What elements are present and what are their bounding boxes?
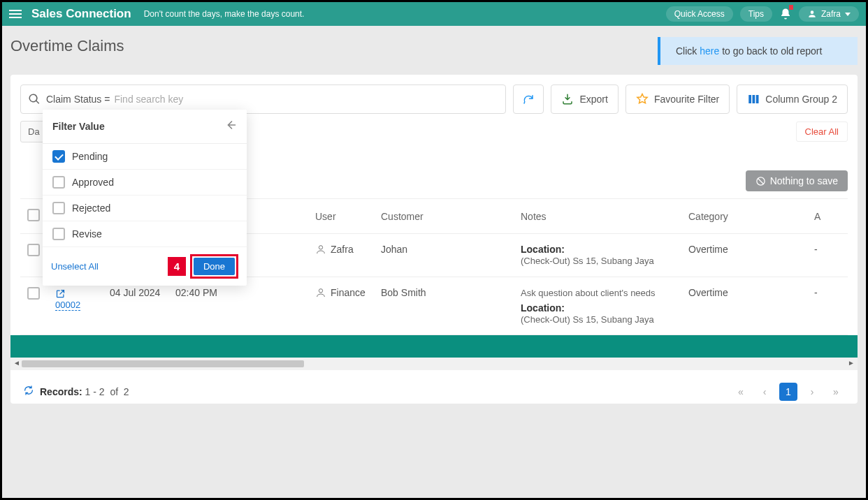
- star-icon: [636, 93, 649, 105]
- back-link[interactable]: here: [700, 45, 719, 57]
- prohibit-icon: [755, 176, 766, 186]
- col-notes: Notes: [514, 199, 681, 234]
- unselect-all-link[interactable]: Unselect All: [51, 261, 99, 272]
- checkbox-checked-icon[interactable]: [52, 150, 65, 163]
- row-checkbox[interactable]: [27, 287, 40, 300]
- back-banner: Click here to go back to old report: [658, 37, 858, 65]
- summary-strip: [10, 335, 858, 358]
- export-button[interactable]: Export: [551, 84, 618, 114]
- callout-number: 4: [168, 257, 186, 276]
- col-category: Category: [681, 199, 807, 234]
- notification-dot: [789, 5, 793, 10]
- user-menu[interactable]: Zafra: [799, 6, 859, 22]
- user-name: Zafra: [821, 9, 841, 19]
- records-label: Records: 1 - 2 of 2: [40, 386, 129, 397]
- filter-option-rejected[interactable]: Rejected: [43, 196, 247, 221]
- checkbox-icon[interactable]: [52, 228, 65, 240]
- checkbox-icon[interactable]: [52, 176, 65, 189]
- seq-link[interactable]: 00002: [55, 300, 80, 311]
- svg-rect-1: [753, 95, 755, 103]
- col-last: A: [807, 199, 848, 234]
- pager-prev[interactable]: ‹: [755, 383, 774, 401]
- nothing-to-save-badge: Nothing to save: [746, 170, 848, 191]
- col-customer: Customer: [374, 199, 514, 234]
- svg-point-5: [319, 288, 322, 292]
- done-highlight: Done: [190, 254, 238, 279]
- svg-point-4: [319, 246, 322, 249]
- search-filter-label: Claim Status =: [46, 94, 110, 105]
- refresh-icon: [522, 93, 535, 105]
- pager-first[interactable]: «: [732, 383, 750, 401]
- search-input[interactable]: [114, 94, 498, 105]
- columns-icon: [747, 93, 760, 105]
- filter-option-revise[interactable]: Revise: [43, 221, 247, 247]
- pager-page-1[interactable]: 1: [779, 383, 797, 401]
- search-icon: [28, 93, 41, 105]
- hamburger-icon[interactable]: [9, 10, 22, 18]
- filter-option-pending[interactable]: Pending: [43, 144, 247, 170]
- svg-rect-0: [749, 95, 752, 103]
- select-all-checkbox[interactable]: [27, 209, 40, 221]
- quick-access-button[interactable]: Quick Access: [666, 6, 733, 22]
- filter-popup-title: Filter Value: [52, 121, 105, 132]
- bell-icon[interactable]: [779, 8, 792, 20]
- person-icon: [315, 287, 326, 298]
- main-card: Claim Status = Export Favourite Filter C…: [10, 75, 858, 404]
- col-user: User: [308, 199, 374, 234]
- pager-last[interactable]: »: [827, 383, 845, 401]
- topbar: Sales Connection Don't count the days, m…: [2, 2, 866, 26]
- horizontal-scrollbar[interactable]: ◄ ►: [10, 358, 858, 370]
- scroll-left-icon[interactable]: ◄: [13, 359, 20, 367]
- filter-option-approved[interactable]: Approved: [43, 170, 247, 196]
- page-title: Overtime Claims: [10, 37, 124, 55]
- checkbox-icon[interactable]: [52, 202, 65, 214]
- caret-down-icon: [845, 13, 851, 16]
- clear-all-button[interactable]: Clear All: [796, 122, 848, 142]
- person-icon: [315, 244, 326, 255]
- scroll-right-icon[interactable]: ►: [848, 359, 855, 367]
- row-checkbox[interactable]: [27, 244, 40, 256]
- filter-back-button[interactable]: [223, 118, 237, 135]
- refresh-button[interactable]: [513, 84, 544, 114]
- brand-title: Sales Connection: [31, 7, 131, 21]
- favourite-filter-button[interactable]: Favourite Filter: [625, 84, 730, 114]
- svg-rect-2: [756, 95, 759, 103]
- filter-value-popup: Filter Value Pending Approved Rejected: [43, 110, 247, 286]
- download-icon: [561, 93, 574, 105]
- pager-next[interactable]: ›: [803, 383, 821, 401]
- done-button[interactable]: Done: [194, 258, 235, 275]
- sync-icon[interactable]: [23, 385, 34, 398]
- tagline: Don't count the days, make the days coun…: [144, 9, 305, 19]
- pager: « ‹ 1 › »: [732, 383, 845, 401]
- scrollbar-thumb[interactable]: [22, 360, 304, 367]
- tips-button[interactable]: Tips: [740, 6, 772, 22]
- external-link-icon[interactable]: [55, 288, 66, 299]
- column-group-button[interactable]: Column Group 2: [737, 84, 848, 114]
